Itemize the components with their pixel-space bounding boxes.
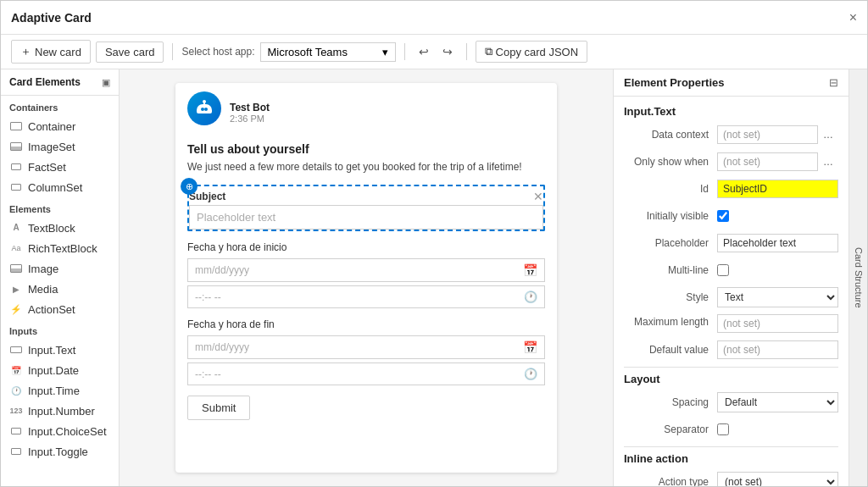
sidebar-item-container[interactable]: Container (1, 116, 119, 136)
input-choiceset-icon (9, 424, 23, 438)
card-title: Tell us about yourself (187, 142, 545, 156)
collapse-panel-button[interactable]: ▣ (102, 77, 110, 88)
default-value-row: Default value (624, 340, 838, 360)
sidebar-item-columnset[interactable]: ColumnSet (1, 177, 119, 197)
layout-section-title: Layout (624, 373, 838, 385)
card-structure-tab[interactable]: Card Structure (849, 69, 867, 486)
title-bar-left: Adaptive Card (11, 11, 92, 25)
image-icon (9, 262, 23, 275)
input-date-icon: 📅 (9, 363, 23, 377)
bot-info: Test Bot 2:36 PM (230, 102, 270, 124)
sidebar-item-actionset[interactable]: ⚡ ActionSet (1, 299, 119, 319)
bot-name: Test Bot (230, 102, 270, 113)
sidebar-item-input-text[interactable]: Input.Text (1, 340, 119, 360)
sidebar-item-input-number[interactable]: 123 Input.Number (1, 401, 119, 421)
calendar-icon: 📅 (523, 263, 537, 277)
host-app-dropdown[interactable]: Microsoft Teams ▾ (260, 42, 396, 62)
card-description: We just need a few more details to get y… (187, 159, 545, 174)
properties-panel-title: Element Properties (624, 76, 725, 89)
only-show-when-input[interactable] (717, 152, 818, 171)
sidebar-item-factset[interactable]: FactSet (1, 157, 119, 177)
id-input[interactable] (717, 180, 838, 198)
input-date-label: Input.Date (28, 364, 79, 377)
sidebar-item-media[interactable]: ▶ Media (1, 279, 119, 299)
factset-label: FactSet (28, 161, 66, 174)
redo-button[interactable]: ↪ (437, 42, 458, 62)
sidebar-item-textblock[interactable]: A TextBlock (1, 218, 119, 238)
panel-title: Card Elements (9, 76, 81, 88)
action-type-row: Action type (not set) (624, 472, 838, 486)
sidebar-item-image[interactable]: Image (1, 258, 119, 279)
subject-input[interactable]: Placeholder text (189, 205, 543, 230)
time-start-input[interactable]: --:-- -- 🕐 (187, 285, 545, 308)
multiline-checkbox[interactable] (717, 264, 729, 276)
separator-row: Separator (624, 419, 838, 440)
toolbar: ＋ New card Save card Select host app: Mi… (1, 35, 867, 69)
input-number-label: Input.Number (28, 405, 95, 418)
input-close-button[interactable]: ✕ (533, 190, 543, 203)
imageset-label: ImageSet (28, 141, 75, 153)
host-label: Select host app: (181, 46, 254, 58)
input-choiceset-label: Input.ChoiceSet (28, 425, 107, 438)
data-context-label: Data context (624, 129, 717, 141)
date-end-value: mm/dd/yyyy (195, 341, 523, 353)
action-type-select[interactable]: (not set) (717, 472, 838, 486)
save-card-button[interactable]: Save card (96, 42, 164, 63)
sidebar-item-input-toggle[interactable]: Input.Toggle (1, 441, 119, 462)
sidebar-item-imageset[interactable]: ImageSet (1, 136, 119, 157)
style-label: Style (624, 291, 717, 303)
input-text-field[interactable]: Subject ✕ Placeholder text (187, 185, 545, 231)
collapse-properties-button[interactable]: ⊟ (829, 76, 838, 89)
style-select[interactable]: Text Tel Url Email Password (717, 287, 838, 307)
date-start-input[interactable]: mm/dd/yyyy 📅 (187, 258, 545, 282)
data-context-input[interactable] (717, 125, 818, 144)
input-text-header: Subject ✕ (189, 186, 543, 205)
input-text-props-section: Input.Text Data context … Only show when (614, 97, 849, 486)
new-card-button[interactable]: ＋ New card (11, 40, 91, 64)
separator-checkbox[interactable] (717, 423, 729, 435)
date-end-input[interactable]: mm/dd/yyyy 📅 (187, 335, 545, 359)
submit-button[interactable]: Submit (187, 396, 250, 420)
title-bar: Adaptive Card × (1, 1, 867, 35)
placeholder-input[interactable] (717, 234, 838, 252)
spacing-select[interactable]: Default None Small Medium Large ExtraLar… (717, 392, 838, 412)
container-icon (9, 119, 23, 133)
copy-icon: ⧉ (485, 45, 492, 58)
only-show-when-dots-button[interactable]: … (820, 154, 837, 169)
actionset-label: ActionSet (28, 303, 75, 316)
media-label: Media (28, 283, 58, 296)
time-start-value: --:-- -- (195, 291, 524, 303)
time-end-input[interactable]: --:-- -- 🕐 (187, 362, 545, 385)
time-end-icon: 🕐 (524, 368, 537, 380)
columnset-icon (9, 180, 23, 194)
card-preview: Test Bot 2:36 PM Tell us about yourself … (175, 83, 557, 473)
input-toggle-label: Input.Toggle (28, 445, 88, 458)
initially-visible-label: Initially visible (624, 210, 717, 222)
right-panel: Element Properties ⊟ Input.Text Data con… (613, 69, 867, 486)
default-value-input[interactable] (717, 340, 838, 359)
initially-visible-row: Initially visible (624, 206, 838, 226)
copy-json-button[interactable]: ⧉ Copy card JSON (476, 41, 588, 63)
sidebar-item-input-time[interactable]: 🕐 Input.Time (1, 380, 119, 401)
separator-label: Separator (624, 423, 717, 435)
sidebar-item-input-date[interactable]: 📅 Input.Date (1, 360, 119, 380)
input-time-label: Input.Time (28, 385, 80, 397)
input-toggle-icon (9, 445, 23, 458)
sidebar-item-input-choiceset[interactable]: Input.ChoiceSet (1, 421, 119, 441)
imageset-icon (9, 140, 23, 153)
textblock-label: TextBlock (28, 222, 75, 235)
input-text-icon (9, 343, 23, 357)
initially-visible-checkbox[interactable] (717, 210, 729, 222)
containers-section-title: Containers (1, 96, 119, 116)
style-row: Style Text Tel Url Email Password (624, 287, 838, 307)
close-button[interactable]: × (849, 10, 857, 25)
placeholder-label: Placeholder (624, 237, 717, 249)
new-card-icon: ＋ (20, 44, 31, 59)
data-context-dots-button[interactable]: … (820, 127, 837, 142)
only-show-when-value-group: … (717, 152, 838, 171)
sidebar-item-richtextblock[interactable]: Aa RichTextBlock (1, 238, 119, 258)
id-row: Id (624, 179, 838, 199)
selection-handle[interactable] (181, 178, 198, 195)
max-length-input[interactable] (717, 314, 838, 333)
undo-button[interactable]: ↩ (414, 42, 434, 62)
